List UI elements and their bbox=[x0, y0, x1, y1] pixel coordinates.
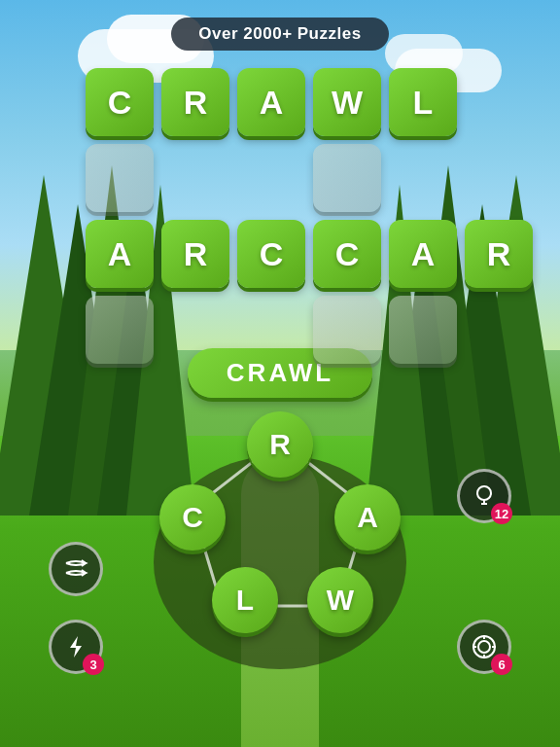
tile-empty1 bbox=[86, 144, 154, 212]
letter-btn-W[interactable]: W bbox=[307, 567, 373, 633]
svg-point-10 bbox=[473, 636, 495, 658]
shuffle-icon bbox=[62, 555, 89, 583]
letter-wheel-area: R A W L C bbox=[144, 411, 416, 645]
tile-R3: R bbox=[465, 220, 533, 288]
tile-A1: A bbox=[237, 68, 305, 136]
letter-btn-C-main[interactable]: C bbox=[159, 484, 226, 551]
found-word-text: CRAWL bbox=[227, 358, 333, 387]
tile-A3: A bbox=[389, 220, 457, 288]
tile-C2: C bbox=[237, 220, 305, 288]
tile-R1: R bbox=[161, 68, 229, 136]
tile-R2: R bbox=[161, 220, 229, 288]
target-badge: 6 bbox=[491, 654, 512, 675]
tile-A2: A bbox=[86, 220, 154, 288]
target-button[interactable]: 6 bbox=[457, 620, 511, 674]
tile-empty5 bbox=[389, 296, 457, 364]
hint-button[interactable]: 12 bbox=[457, 469, 511, 523]
tile-empty2 bbox=[313, 144, 381, 212]
lightning-icon bbox=[63, 634, 88, 659]
tile-C1: C bbox=[86, 68, 154, 136]
tile-W1: W bbox=[313, 68, 381, 136]
letter-btn-R[interactable]: R bbox=[247, 411, 313, 478]
tile-C3: C bbox=[313, 220, 381, 288]
shuffle-button[interactable] bbox=[49, 542, 103, 596]
lightning-badge: 3 bbox=[83, 654, 104, 675]
tile-L1: L bbox=[389, 68, 457, 136]
puzzle-grid: C R A W L A R C C A R bbox=[86, 68, 474, 340]
tile-empty4 bbox=[313, 296, 381, 364]
svg-marker-9 bbox=[70, 636, 82, 658]
banner-text: Over 2000+ Puzzles bbox=[198, 24, 361, 43]
lightning-button[interactable]: 3 bbox=[49, 620, 103, 674]
letter-btn-A[interactable]: A bbox=[334, 484, 401, 551]
svg-point-11 bbox=[478, 641, 490, 653]
svg-point-6 bbox=[477, 486, 491, 500]
tile-empty3 bbox=[86, 296, 154, 364]
puzzle-count-banner: Over 2000+ Puzzles bbox=[171, 18, 388, 51]
hint-badge: 12 bbox=[491, 503, 512, 524]
letter-btn-L[interactable]: L bbox=[212, 567, 278, 633]
